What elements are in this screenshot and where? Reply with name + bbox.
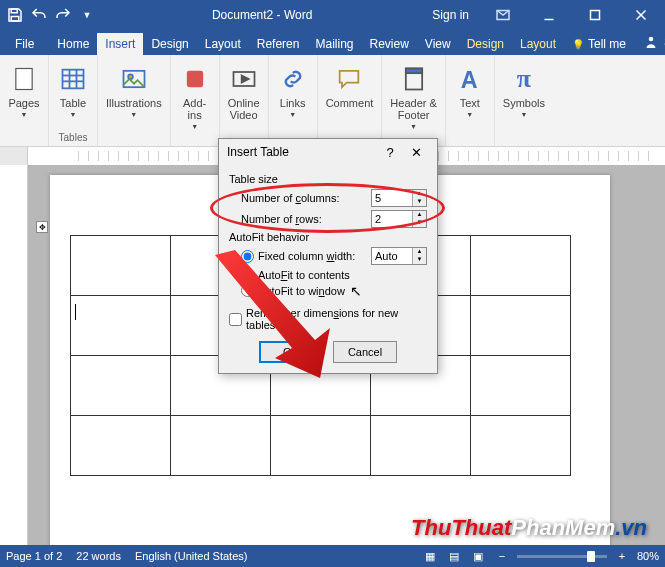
tab-insert[interactable]: Insert <box>97 33 143 55</box>
group-media: Online Video <box>220 55 269 146</box>
qat-customize[interactable]: ▼ <box>76 4 98 26</box>
zoom-level[interactable]: 80% <box>637 550 659 562</box>
document-title: Document2 - Word <box>102 8 422 22</box>
tab-file[interactable]: File <box>0 33 49 55</box>
quick-access-toolbar: ▼ <box>0 4 102 26</box>
autofit-window-label: AutoFit to window <box>258 285 427 297</box>
spin-down[interactable]: ▼ <box>412 219 426 227</box>
status-language[interactable]: English (United States) <box>135 550 248 562</box>
zoom-out-button[interactable]: − <box>493 550 511 562</box>
share-button[interactable]: Share <box>634 29 665 55</box>
group-pages: Pages ▼ <box>0 55 49 146</box>
status-words[interactable]: 22 words <box>76 550 121 562</box>
autofit-contents-label: AutoFit to contents <box>258 269 427 281</box>
svg-point-7 <box>649 37 654 42</box>
tab-view[interactable]: View <box>417 33 459 55</box>
print-layout-icon[interactable]: ▤ <box>445 550 463 563</box>
remember-label: Remember dimensions for new tables <box>246 307 427 331</box>
svg-rect-20 <box>405 69 421 74</box>
remember-checkbox[interactable] <box>229 313 242 326</box>
close-button[interactable] <box>619 0 663 30</box>
sign-in-link[interactable]: Sign in <box>422 0 479 30</box>
ruler-corner <box>0 147 28 165</box>
comment-icon <box>333 63 365 95</box>
tab-home[interactable]: Home <box>49 33 97 55</box>
spin-up[interactable]: ▲ <box>412 211 426 219</box>
radio-autofit-window[interactable] <box>241 284 254 297</box>
tab-layout[interactable]: Layout <box>197 33 249 55</box>
group-header-footer: Header & Footer ▼ <box>382 55 445 146</box>
tab-table-layout[interactable]: Layout <box>512 33 564 55</box>
group-comments: Comment <box>318 55 383 146</box>
pictures-icon <box>118 63 150 95</box>
group-tables: Table ▼ Tables <box>49 55 98 146</box>
minimize-button[interactable] <box>527 0 571 30</box>
radio-autofit-contents[interactable] <box>241 268 254 281</box>
radio-fixed-width[interactable] <box>241 250 254 263</box>
svg-rect-9 <box>63 70 84 89</box>
header-footer-button[interactable]: Header & Footer ▼ <box>388 61 438 132</box>
svg-rect-0 <box>11 9 17 13</box>
fixed-width-field[interactable]: ▲▼ <box>371 247 427 265</box>
links-button[interactable]: Links ▼ <box>275 61 311 120</box>
illustrations-button[interactable]: Illustrations ▼ <box>104 61 164 120</box>
pages-button[interactable]: Pages ▼ <box>6 61 42 120</box>
svg-rect-1 <box>11 17 19 22</box>
ribbon-options-button[interactable] <box>481 0 525 30</box>
group-links: Links ▼ <box>269 55 318 146</box>
tab-review[interactable]: Review <box>361 33 416 55</box>
zoom-in-button[interactable]: + <box>613 550 631 562</box>
dialog-title: Insert Table <box>227 145 377 159</box>
maximize-button[interactable] <box>573 0 617 30</box>
save-button[interactable] <box>4 4 26 26</box>
dialog-close-button[interactable]: ✕ <box>403 145 429 160</box>
num-columns-field[interactable]: ▲▼ <box>371 189 427 207</box>
redo-button[interactable] <box>52 4 74 26</box>
undo-button[interactable] <box>28 4 50 26</box>
table-button[interactable]: Table ▼ <box>55 61 91 120</box>
online-video-button[interactable]: Online Video <box>226 61 262 123</box>
tab-mailings[interactable]: Mailing <box>307 33 361 55</box>
insert-table-dialog: Insert Table ? ✕ Table size Number of co… <box>218 138 438 374</box>
spin-up[interactable]: ▲ <box>412 248 426 256</box>
ok-button[interactable]: OK <box>259 341 323 363</box>
group-text: A Text ▼ <box>446 55 495 146</box>
num-columns-input[interactable] <box>372 192 412 204</box>
spin-down[interactable]: ▼ <box>412 198 426 206</box>
tab-design[interactable]: Design <box>143 33 196 55</box>
fixed-width-label: Fixed column width: <box>258 250 367 262</box>
video-icon <box>228 63 260 95</box>
svg-marker-18 <box>241 76 248 83</box>
tab-tellme[interactable]: Tell me <box>564 33 634 55</box>
statusbar: Page 1 of 2 22 words English (United Sta… <box>0 545 665 567</box>
cancel-button[interactable]: Cancel <box>333 341 397 363</box>
link-icon <box>277 63 309 95</box>
fixed-width-input[interactable] <box>372 250 412 262</box>
header-icon <box>398 63 430 95</box>
read-mode-icon[interactable]: ▦ <box>421 550 439 563</box>
tab-table-design[interactable]: Design <box>459 33 512 55</box>
num-rows-input[interactable] <box>372 213 412 225</box>
text-button[interactable]: A Text ▼ <box>452 61 488 120</box>
svg-rect-16 <box>186 71 202 87</box>
table-anchor-icon[interactable]: ✥ <box>36 221 48 233</box>
symbols-button[interactable]: π Symbols ▼ <box>501 61 547 120</box>
spin-up[interactable]: ▲ <box>412 190 426 198</box>
spin-down[interactable]: ▼ <box>412 256 426 264</box>
comment-button[interactable]: Comment <box>324 61 376 111</box>
tab-references[interactable]: Referen <box>249 33 308 55</box>
addins-button[interactable]: Add- ins ▼ <box>177 61 213 132</box>
title-controls: Sign in <box>422 0 665 30</box>
web-layout-icon[interactable]: ▣ <box>469 550 487 563</box>
section-autofit: AutoFit behavior <box>229 231 427 243</box>
dialog-titlebar[interactable]: Insert Table ? ✕ <box>219 139 437 165</box>
dialog-help-button[interactable]: ? <box>377 145 403 160</box>
status-page[interactable]: Page 1 of 2 <box>6 550 62 562</box>
ribbon: Pages ▼ Table ▼ Tables Illustrations ▼ <box>0 55 665 147</box>
addins-icon <box>179 63 211 95</box>
num-rows-field[interactable]: ▲▼ <box>371 210 427 228</box>
zoom-slider[interactable] <box>517 555 607 558</box>
ruler-vertical[interactable] <box>0 165 28 545</box>
titlebar: ▼ Document2 - Word Sign in <box>0 0 665 30</box>
svg-rect-8 <box>16 69 32 90</box>
